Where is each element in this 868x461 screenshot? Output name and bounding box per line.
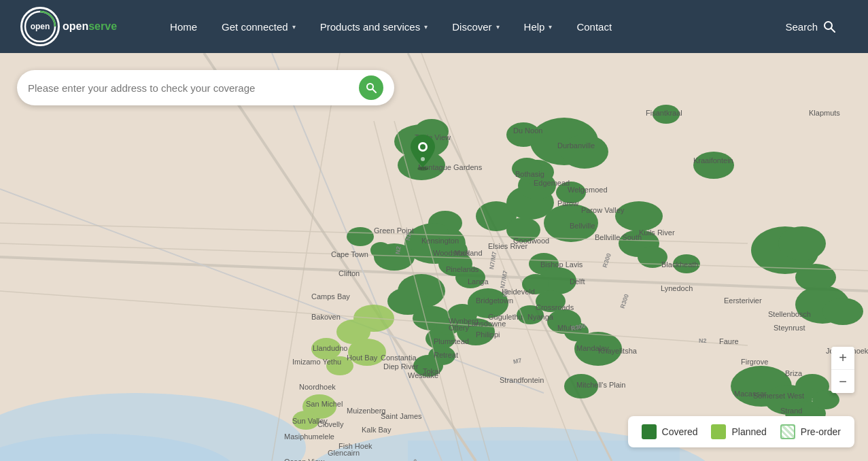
svg-point-65 [822,298,863,325]
nav-links: Home Get connected ▾ Products and servic… [158,14,773,39]
svg-text:open: open [31,22,50,31]
svg-point-46 [561,135,608,169]
svg-point-19 [544,204,598,242]
map-svg [0,53,868,461]
svg-point-62 [574,332,622,366]
map-pin [409,133,436,173]
legend-covered-box [642,424,657,439]
nav-search[interactable]: Search [773,14,848,39]
map-container: Fisantkraal Klapmuts Du Noon Table View … [0,53,868,461]
svg-point-40 [778,226,826,260]
help-chevron-icon: ▾ [549,23,552,31]
search-button[interactable] [359,75,383,100]
legend-preorder-box [780,424,795,439]
nav-products-services[interactable]: Products and services ▾ [308,14,440,39]
legend-covered: Covered [642,424,698,439]
svg-point-69 [506,122,540,147]
svg-point-90 [420,144,426,150]
svg-point-31 [468,288,508,318]
svg-point-51 [556,182,586,203]
navigation: open openserve Home Get connected ▾ Prod… [0,0,868,53]
svg-point-78 [292,411,319,430]
svg-point-67 [812,390,839,409]
svg-line-3 [831,29,835,33]
discover-chevron-icon: ▾ [496,23,500,31]
legend-planned-label: Planned [731,426,766,437]
legend-preorder: Pre-order [780,424,841,439]
legend-covered-label: Covered [662,426,698,437]
svg-point-91 [421,157,425,161]
svg-point-68 [512,158,542,180]
svg-point-63 [564,374,598,398]
svg-point-38 [673,254,700,273]
search-icon [823,20,835,33]
svg-point-30 [457,318,495,345]
get-connected-chevron-icon: ▾ [292,23,296,31]
svg-point-70 [653,105,680,124]
svg-line-87 [372,89,376,92]
svg-point-54 [615,201,663,231]
svg-point-34 [430,238,468,262]
svg-point-74 [348,339,386,366]
logo[interactable]: open openserve [20,7,117,46]
legend-planned-box [711,424,726,439]
nav-get-connected[interactable]: Get connected ▾ [209,14,308,39]
svg-point-53 [347,227,374,246]
svg-point-60 [517,305,544,324]
search-button-icon [366,82,377,93]
zoom-in-button[interactable]: + [831,347,854,370]
search-overlay [17,70,394,105]
svg-point-55 [506,218,540,242]
svg-point-27 [413,355,443,377]
legend-preorder-label: Pre-order [801,426,841,437]
nav-home[interactable]: Home [158,14,209,39]
legend-planned: Planned [711,424,766,439]
logo-svg: open [22,9,58,44]
logo-circle: open [20,7,60,46]
location-pin-icon [409,133,436,171]
zoom-controls: + − [831,347,854,393]
products-services-chevron-icon: ▾ [424,23,428,31]
map-legend: Covered Planned Pre-order [628,416,854,447]
nav-contact[interactable]: Contact [564,14,624,39]
svg-point-75 [311,338,341,360]
nav-help[interactable]: Help ▾ [512,14,565,39]
nav-discover[interactable]: Discover ▾ [440,14,511,39]
logo-label: openserve [63,20,117,33]
address-search-input[interactable] [28,82,359,94]
zoom-out-button[interactable]: − [831,370,854,393]
svg-point-76 [326,356,353,375]
svg-point-71 [693,152,734,179]
